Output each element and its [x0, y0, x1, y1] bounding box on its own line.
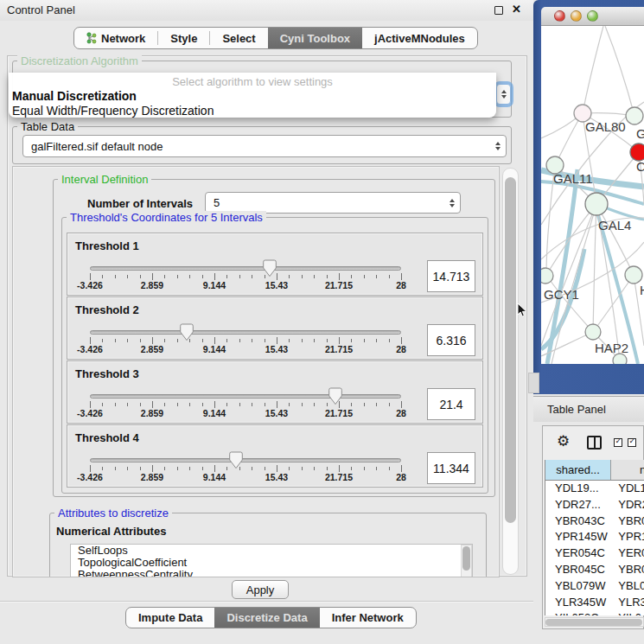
- tab-select[interactable]: Select: [210, 28, 267, 48]
- threshold-slider-thumb[interactable]: [229, 451, 243, 469]
- numerical-attributes-list[interactable]: SelfLoopsTopologicalCoefficientBetweenne…: [70, 544, 473, 577]
- table-row[interactable]: YPR145WYPR1: [545, 529, 644, 545]
- tab-jactivemnodules[interactable]: jActiveMNodules: [362, 28, 477, 48]
- cell-name[interactable]: YDL1: [611, 481, 644, 497]
- node-top-right[interactable]: [626, 107, 643, 124]
- table-row[interactable]: YBL079WYBL0: [545, 578, 644, 595]
- axis-tick-label: 9.144: [203, 472, 226, 482]
- table-row[interactable]: YBR045CYBR0: [545, 562, 644, 578]
- dropdown-option-equal-width-frequency[interactable]: Equal Width/Frequency Discretization: [12, 104, 214, 118]
- column-header-shared-name[interactable]: shared...: [545, 460, 611, 480]
- tick-mark: [277, 465, 277, 472]
- threshold-slider-track[interactable]: [90, 266, 401, 271]
- bottom-tab-infer-network[interactable]: Infer Network: [320, 608, 416, 628]
- tab-label: Style: [170, 32, 197, 45]
- minimize-traffic-light-icon[interactable]: [571, 10, 582, 22]
- gear-icon[interactable]: ⚙: [557, 433, 570, 450]
- bottom-tab-discretize-data[interactable]: Discretize Data: [214, 608, 319, 628]
- tick-mark: [389, 403, 390, 406]
- cell-name[interactable]: YBR0: [611, 513, 644, 530]
- cell-name[interactable]: YIL0: [611, 610, 644, 615]
- close-traffic-light-icon[interactable]: [554, 10, 565, 22]
- threshold-slider-thumb[interactable]: [263, 259, 277, 277]
- discretize-settings-panel: Interval Definition Number of Intervals …: [12, 166, 500, 577]
- tick-mark: [226, 339, 227, 342]
- threshold-slider-track[interactable]: [90, 458, 401, 462]
- network-window-titlebar[interactable]: [541, 7, 644, 26]
- threshold-value-field[interactable]: 11.344: [427, 452, 475, 484]
- node-red-selected[interactable]: [630, 143, 644, 161]
- table-row[interactable]: YDL19...YDL1: [545, 481, 644, 497]
- splitter-handle[interactable]: [528, 373, 539, 393]
- node-gcy1[interactable]: [541, 268, 553, 284]
- cell-shared-name[interactable]: YLR345W: [545, 595, 611, 611]
- tick-mark: [389, 339, 390, 342]
- cell-shared-name[interactable]: YDL19...: [545, 481, 611, 497]
- bottom-tab-impute-data[interactable]: Impute Data: [126, 608, 214, 628]
- tab-cyni-toolbox[interactable]: Cyni Toolbox: [268, 28, 362, 48]
- cell-shared-name[interactable]: YDR27...: [545, 497, 611, 513]
- tick-mark: [152, 401, 153, 408]
- attribute-list-item[interactable]: SelfLoops: [71, 545, 472, 557]
- cell-name[interactable]: YBR0: [611, 562, 644, 578]
- float-window-icon[interactable]: [494, 6, 503, 15]
- threshold-value-field[interactable]: 6.316: [427, 324, 475, 356]
- cell-shared-name[interactable]: YBL079W: [545, 578, 611, 595]
- cell-name[interactable]: YBL0: [611, 578, 644, 595]
- node-gal4[interactable]: [585, 193, 608, 215]
- interval-definition-title: Interval Definition: [58, 173, 151, 186]
- tab-network[interactable]: Network: [74, 28, 157, 48]
- table-row[interactable]: YIL052CYIL0: [545, 610, 644, 615]
- tick-mark: [376, 403, 377, 406]
- tick-mark: [277, 401, 277, 408]
- table-scrollbar-thumb[interactable]: [545, 619, 642, 626]
- table-row[interactable]: YLR345WYLR3: [545, 595, 644, 611]
- tick-mark: [189, 403, 190, 406]
- cell-shared-name[interactable]: YBR043C: [545, 513, 611, 530]
- tick-mark: [351, 339, 352, 342]
- table-row[interactable]: YER054CYER0: [545, 545, 644, 562]
- threshold-slider-thumb[interactable]: [180, 323, 194, 341]
- attribute-list-item[interactable]: BetweennessCentrality: [71, 569, 472, 577]
- tab-style[interactable]: Style: [158, 28, 209, 48]
- node-label: GAL80: [585, 119, 626, 134]
- zoom-traffic-light-icon[interactable]: [587, 10, 598, 22]
- close-icon[interactable]: ✕: [512, 3, 521, 16]
- cell-name[interactable]: YER0: [611, 545, 644, 562]
- checkbox-checked-icon[interactable]: [628, 438, 636, 447]
- node-hap2[interactable]: [585, 324, 601, 340]
- checkbox-checked-icon[interactable]: [614, 438, 622, 447]
- attribute-list-item[interactable]: TopologicalCoefficient: [71, 557, 472, 569]
- table-row[interactable]: YBR043CYBR0: [545, 513, 644, 530]
- threshold-slider-track[interactable]: [90, 394, 401, 399]
- node-label: C: [636, 159, 644, 174]
- cell-name[interactable]: YLR3: [611, 595, 644, 611]
- threshold-value-field[interactable]: 21.4: [427, 388, 475, 420]
- network-view-canvas[interactable]: GAL80GACGAL11GAL4GCY1HHAP2: [541, 26, 644, 364]
- cell-shared-name[interactable]: YPR145W: [545, 529, 611, 545]
- tab-label: Impute Data: [138, 611, 202, 624]
- panel-vertical-scrollbar[interactable]: [502, 168, 519, 575]
- tick-mark: [164, 403, 165, 406]
- table-row[interactable]: YDR27...YDR2: [545, 497, 644, 513]
- cell-name[interactable]: YDR2: [611, 497, 644, 513]
- threshold-value-field[interactable]: 14.713: [427, 260, 475, 292]
- algorithm-combo-stepper[interactable]: [496, 84, 511, 105]
- dropdown-option-manual-discretization[interactable]: Manual Discretization: [12, 89, 137, 103]
- tick-mark: [364, 275, 365, 278]
- threshold-slider-thumb[interactable]: [328, 387, 342, 405]
- algorithm-dropdown-placeholder: Select algorithm to view settings: [9, 75, 496, 88]
- threshold-slider-track[interactable]: [90, 330, 401, 335]
- column-header-name[interactable]: na: [611, 460, 644, 480]
- panel-scrollbar-thumb[interactable]: [505, 177, 516, 523]
- split-column-icon[interactable]: [587, 436, 602, 450]
- table-data-combo[interactable]: galFiltered.sif default node: [22, 135, 507, 157]
- cell-name[interactable]: YPR1: [611, 529, 644, 545]
- node-h[interactable]: [625, 266, 642, 284]
- cell-shared-name[interactable]: YBR045C: [545, 562, 611, 578]
- cell-shared-name[interactable]: YIL052C: [545, 610, 611, 615]
- cell-shared-name[interactable]: YER054C: [545, 545, 611, 562]
- tick-mark: [239, 339, 240, 342]
- apply-button[interactable]: Apply: [232, 580, 289, 599]
- attributes-list-scrollbar-thumb[interactable]: [462, 546, 470, 571]
